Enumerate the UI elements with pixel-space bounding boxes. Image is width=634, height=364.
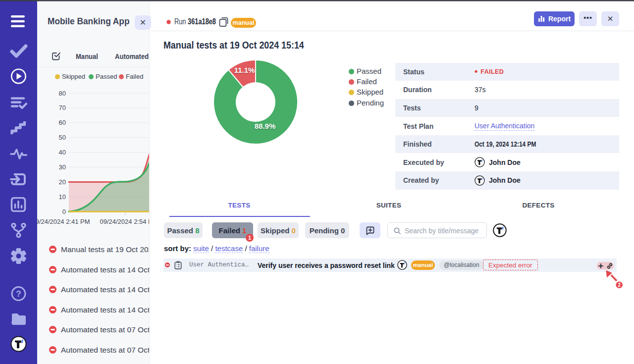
svg-text:30: 30 [59, 163, 66, 171]
svg-text:2: 2 [618, 282, 621, 288]
svg-text:40: 40 [59, 149, 66, 156]
svg-text:09/24/2024 2:41 PM: 09/24/2024 2:41 PM [37, 218, 90, 225]
svg-text:?: ? [16, 289, 21, 299]
svg-text:09/24/2024 2:54 PM: 09/24/2024 2:54 PM [100, 218, 150, 225]
svg-text:0: 0 [62, 208, 66, 215]
svg-text:80: 80 [59, 90, 66, 97]
svg-text:11.1%: 11.1% [234, 66, 255, 74]
svg-text:10: 10 [59, 193, 66, 201]
svg-text:50: 50 [59, 134, 66, 141]
svg-text:70: 70 [59, 104, 66, 111]
svg-text:20: 20 [59, 178, 66, 186]
svg-text:60: 60 [59, 119, 66, 126]
svg-text:88.9%: 88.9% [255, 122, 276, 130]
